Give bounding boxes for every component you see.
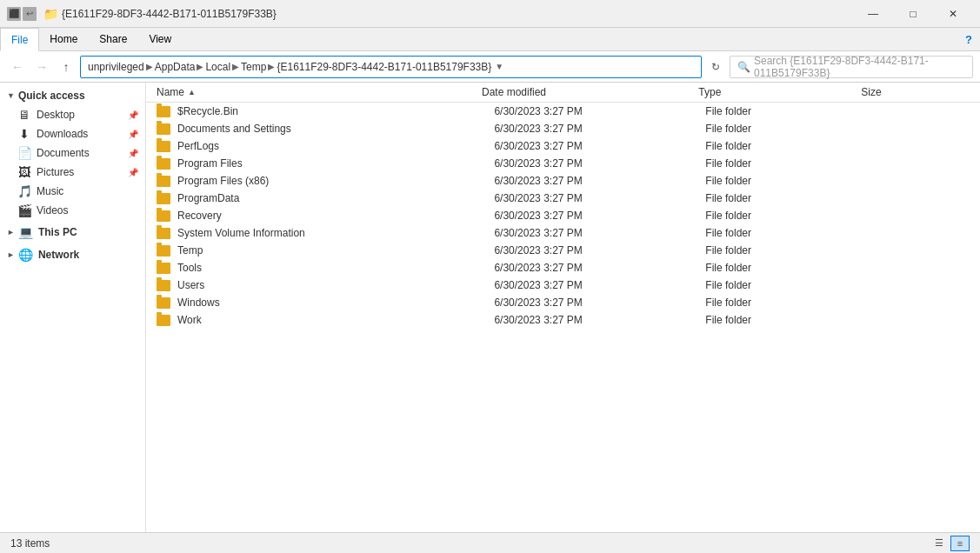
- table-row[interactable]: Windows 6/30/2023 3:27 PM File folder: [146, 294, 980, 311]
- path-sep-2: ▶: [232, 62, 239, 71]
- sidebar-header-thispc[interactable]: ► 💻 This PC: [0, 222, 145, 243]
- table-row[interactable]: Temp 6/30/2023 3:27 PM File folder: [146, 242, 980, 259]
- file-type: File folder: [705, 279, 863, 291]
- videos-label: Videos: [37, 204, 68, 217]
- main-area: ▼ Quick access 🖥 Desktop 📌 ⬇ Downloads 📌…: [0, 83, 980, 532]
- details-view-button[interactable]: ☰: [930, 536, 949, 551]
- tab-home[interactable]: Home: [39, 28, 89, 50]
- file-name: Recovery: [177, 210, 494, 222]
- sidebar: ▼ Quick access 🖥 Desktop 📌 ⬇ Downloads 📌…: [0, 83, 146, 532]
- sidebar-item-pictures[interactable]: 🖼 Pictures 📌: [0, 163, 145, 182]
- file-type: File folder: [705, 314, 863, 326]
- table-row[interactable]: Tools 6/30/2023 3:27 PM File folder: [146, 259, 980, 276]
- table-row[interactable]: Program Files (x86) 6/30/2023 3:27 PM Fi…: [146, 172, 980, 190]
- folder-icon: [157, 176, 170, 187]
- folder-icon: [157, 297, 170, 309]
- table-row[interactable]: ProgramData 6/30/2023 3:27 PM File folde…: [146, 190, 980, 207]
- tab-view[interactable]: View: [138, 28, 183, 50]
- sidebar-item-music[interactable]: 🎵 Music: [0, 182, 145, 201]
- help-button[interactable]: ?: [957, 28, 980, 50]
- file-name: Users: [177, 279, 494, 291]
- file-date: 6/30/2023 3:27 PM: [494, 140, 705, 152]
- sidebar-item-videos[interactable]: 🎬 Videos: [0, 201, 145, 220]
- content-area: Name ▲ Date modified Type Size $Recycle.…: [146, 83, 980, 532]
- pin-icon: 📌: [128, 110, 138, 120]
- search-placeholder: Search {E1611F29-8DF3-4442-B171-011B5179…: [754, 55, 965, 79]
- system-icons: ⬛ ↩: [7, 7, 37, 21]
- col-header-date[interactable]: Date modified: [482, 86, 698, 98]
- search-box[interactable]: 🔍 Search {E1611F29-8DF3-4442-B171-011B51…: [730, 56, 973, 78]
- path-part-1[interactable]: AppData: [155, 61, 196, 73]
- view-controls: ☰ ≡: [930, 536, 970, 551]
- folder-icon: [157, 263, 170, 274]
- table-row[interactable]: $Recycle.Bin 6/30/2023 3:27 PM File fold…: [146, 103, 980, 120]
- col-header-name[interactable]: Name ▲: [157, 86, 482, 98]
- path-part-4[interactable]: {E1611F29-8DF3-4442-B171-011B5179F33B}: [277, 61, 491, 73]
- ribbon-tabs: File Home Share View ?: [0, 28, 980, 50]
- table-row[interactable]: Users 6/30/2023 3:27 PM File folder: [146, 276, 980, 294]
- file-date: 6/30/2023 3:27 PM: [494, 175, 705, 187]
- forward-button[interactable]: →: [31, 57, 52, 77]
- file-name: System Volume Information: [177, 227, 494, 239]
- file-icon: [157, 226, 170, 240]
- file-icon: [157, 209, 170, 223]
- tab-share[interactable]: Share: [89, 28, 138, 50]
- table-row[interactable]: Documents and Settings 6/30/2023 3:27 PM…: [146, 120, 980, 137]
- desktop-label: Desktop: [37, 109, 75, 121]
- up-button[interactable]: ↑: [56, 57, 77, 77]
- path-sep-3: ▶: [268, 62, 275, 71]
- path-dropdown-chevron[interactable]: ▼: [495, 62, 503, 71]
- file-icon: [157, 139, 170, 153]
- file-icon: [157, 174, 170, 188]
- minimize-button[interactable]: —: [853, 0, 893, 28]
- path-part-3[interactable]: Temp: [241, 61, 266, 73]
- network-chevron: ►: [7, 250, 15, 259]
- music-label: Music: [37, 185, 63, 197]
- sidebar-header-network[interactable]: ► 🌐 Network: [0, 244, 145, 265]
- file-icon: [157, 296, 170, 310]
- file-name: ProgramData: [177, 192, 494, 204]
- path-part-0[interactable]: unprivileged: [88, 61, 144, 73]
- column-headers: Name ▲ Date modified Type Size: [146, 83, 980, 103]
- file-date: 6/30/2023 3:27 PM: [494, 279, 705, 291]
- sidebar-network-label: Network: [38, 249, 79, 261]
- sidebar-item-documents[interactable]: 📄 Documents 📌: [0, 143, 145, 163]
- item-count: 13 items: [10, 537, 50, 550]
- file-icon: [157, 313, 170, 327]
- downloads-label: Downloads: [37, 128, 88, 140]
- pin-icon-pictures: 📌: [128, 168, 138, 177]
- sidebar-item-desktop[interactable]: 🖥 Desktop 📌: [0, 105, 145, 124]
- tab-file[interactable]: File: [0, 28, 39, 51]
- list-view-button[interactable]: ≡: [950, 536, 970, 551]
- col-header-type[interactable]: Type: [698, 86, 861, 98]
- file-type: File folder: [705, 192, 863, 204]
- table-row[interactable]: Program Files 6/30/2023 3:27 PM File fol…: [146, 155, 980, 172]
- table-row[interactable]: PerfLogs 6/30/2023 3:27 PM File folder: [146, 137, 980, 155]
- sidebar-header-quick-access[interactable]: ▼ Quick access: [0, 86, 145, 105]
- window-controls: — □ ✕: [853, 0, 973, 28]
- address-path[interactable]: unprivileged ▶ AppData ▶ Local ▶ Temp ▶ …: [80, 56, 702, 78]
- pictures-label: Pictures: [37, 166, 74, 178]
- col-header-size[interactable]: Size: [861, 86, 970, 98]
- path-part-2[interactable]: Local: [205, 61, 230, 73]
- file-name: Program Files (x86): [177, 175, 494, 187]
- quick-access-chevron: ▼: [7, 91, 15, 100]
- table-row[interactable]: Work 6/30/2023 3:27 PM File folder: [146, 311, 980, 329]
- undo-icon[interactable]: ↩: [23, 7, 37, 21]
- file-icon: [157, 191, 170, 205]
- file-type: File folder: [705, 175, 863, 187]
- quick-access-icon[interactable]: ⬛: [7, 7, 21, 21]
- back-button[interactable]: ←: [7, 57, 28, 77]
- folder-icon: [157, 123, 170, 135]
- table-row[interactable]: Recovery 6/30/2023 3:27 PM File folder: [146, 207, 980, 224]
- folder-icon: [157, 315, 170, 326]
- refresh-button[interactable]: ↻: [705, 57, 726, 77]
- folder-icon: [157, 141, 170, 152]
- file-type: File folder: [705, 123, 863, 135]
- maximize-button[interactable]: □: [893, 0, 933, 28]
- sidebar-item-downloads[interactable]: ⬇ Downloads 📌: [0, 124, 145, 143]
- file-type: File folder: [705, 140, 863, 152]
- table-row[interactable]: System Volume Information 6/30/2023 3:27…: [146, 224, 980, 242]
- close-button[interactable]: ✕: [933, 0, 973, 28]
- file-type: File folder: [705, 227, 863, 239]
